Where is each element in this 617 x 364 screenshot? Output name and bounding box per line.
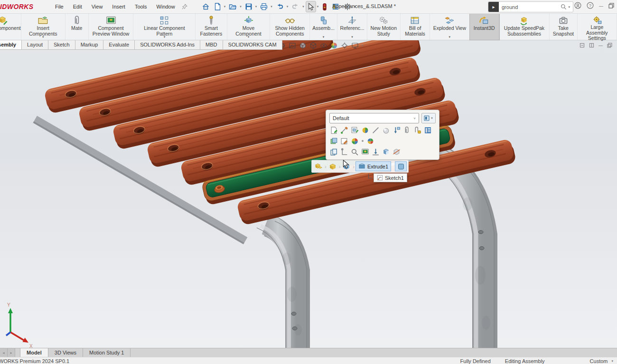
caret-down-icon[interactable]: ▾ — [302, 5, 304, 9]
edit-in-context-icon[interactable] — [350, 126, 359, 134]
mate-icon[interactable] — [402, 126, 411, 134]
tab-3d-views[interactable]: 3D Views — [48, 348, 83, 357]
isolate-icon[interactable] — [382, 148, 391, 156]
search-input[interactable]: ground — [499, 4, 561, 10]
menu-insert[interactable]: Insert — [112, 4, 125, 9]
instant3d-button[interactable]: Instant3D — [470, 13, 499, 40]
edit-appearance-icon[interactable] — [330, 41, 338, 49]
update-speedpak-button[interactable]: Update SpeedPak Subassemblies — [499, 13, 550, 40]
caret-down-icon[interactable]: ▾ — [227, 34, 270, 40]
linear-component-pattern-button[interactable]: Linear Component Pattern ▾ — [133, 13, 196, 40]
caret-down-icon[interactable]: ▾ — [317, 5, 319, 9]
display-state-pin-button[interactable]: ▾ — [421, 113, 436, 123]
tab-sketch[interactable]: Sketch — [48, 40, 75, 50]
tab-mbd[interactable]: MBD — [200, 40, 223, 50]
insert-into-new-part-icon[interactable] — [392, 126, 401, 134]
new-document-icon[interactable] — [212, 1, 223, 12]
component-preview-window-button[interactable]: Component Preview Window — [89, 13, 134, 40]
custom-units-selector[interactable]: Custom — [590, 358, 608, 364]
tab-solidworks-cam[interactable]: SOLIDWORKS CAM — [223, 40, 282, 50]
rebuild-icon[interactable] — [320, 1, 329, 12]
assembly-features-button[interactable]: Assemb... ▾ — [310, 13, 338, 40]
caret-down-icon[interactable]: ▾ — [224, 5, 226, 9]
magnifier-icon[interactable]: ▾ — [561, 4, 573, 10]
caret-icon[interactable]: ▾ — [611, 359, 613, 363]
search-box[interactable]: ground ▾ — [488, 1, 573, 12]
caret-down-icon[interactable]: ▾ — [362, 44, 364, 47]
feature-preview-button[interactable] — [395, 161, 407, 171]
help-icon[interactable]: ? — [587, 2, 594, 9]
menu-tools[interactable]: Tools — [135, 4, 147, 9]
undo-icon[interactable] — [274, 1, 286, 12]
menu-file[interactable]: File — [55, 4, 64, 9]
edit-feature-icon[interactable] — [329, 126, 338, 134]
pin-menu-icon[interactable] — [182, 4, 187, 9]
caret-down-icon[interactable]: ▾ — [255, 5, 257, 9]
sketch-line-icon[interactable] — [371, 126, 380, 134]
smart-fasteners-button[interactable]: Smart Fasteners — [196, 13, 227, 40]
edit-sketch-icon[interactable] — [340, 126, 349, 134]
left-leg[interactable] — [257, 221, 307, 348]
appearance-target-icon[interactable] — [366, 137, 375, 145]
open-icon[interactable] — [227, 1, 239, 12]
menu-edit[interactable]: Edit — [73, 4, 82, 9]
tab-solidworks-add-ins[interactable]: SOLIDWORKS Add-Ins — [134, 40, 200, 50]
menu-view[interactable]: View — [92, 4, 103, 9]
assembly-icon[interactable] — [313, 162, 324, 171]
sketch1-item[interactable]: Sketch1 — [374, 173, 407, 182]
restore-document-icon[interactable] — [607, 43, 612, 48]
show-hidden-components-button[interactable]: Show Hidden Components — [270, 13, 309, 40]
view-settings-icon[interactable] — [340, 41, 348, 49]
float-document-icon[interactable] — [580, 43, 585, 48]
large-assembly-settings-button[interactable]: Large Assembly Settings — [578, 13, 617, 40]
caret-down-icon[interactable]: ▾ — [310, 34, 337, 40]
restore-icon[interactable] — [608, 3, 614, 9]
view-orientation-icon[interactable] — [299, 41, 307, 49]
new-motion-study-button[interactable]: New Motion Study — [367, 13, 401, 40]
minimize-document-icon[interactable] — [598, 42, 603, 48]
menu-window[interactable]: Window — [157, 4, 175, 9]
hide-show-items-icon[interactable] — [319, 41, 327, 49]
caret-down-icon[interactable]: ▾ — [133, 34, 195, 40]
tab-assembly[interactable]: Assembly — [0, 40, 22, 50]
component-preview-icon[interactable] — [361, 148, 370, 156]
part-icon[interactable] — [327, 162, 338, 171]
appearance-icon[interactable] — [361, 126, 370, 134]
caret-down-icon[interactable]: ▾ — [337, 34, 366, 40]
display-style-icon[interactable] — [309, 41, 317, 49]
user-account-icon[interactable] — [574, 2, 581, 9]
move-component-button[interactable]: Move Component ▾ — [227, 13, 271, 40]
reference-geometry-button[interactable]: Referenc... ▾ — [337, 13, 367, 40]
save-icon[interactable] — [243, 1, 254, 12]
take-snapshot-button[interactable]: Take Snapshot — [550, 13, 578, 40]
suppress-icon[interactable] — [382, 126, 391, 134]
tab-model[interactable]: Model — [20, 348, 48, 357]
scene-icon[interactable] — [288, 41, 296, 49]
tab-motion-study-1[interactable]: Motion Study 1 — [83, 348, 131, 357]
tab-scroll-next-icon[interactable]: ▸ — [8, 348, 15, 357]
caret-down-icon[interactable]: ▾ — [430, 34, 469, 40]
bill-of-materials-button[interactable]: Bill of Materials — [401, 13, 430, 40]
caret-down-icon[interactable]: ▾ — [21, 34, 65, 40]
insert-components-button[interactable]: Insert Components ▾ — [21, 13, 65, 40]
copy-icon[interactable] — [329, 148, 338, 156]
exploded-view-button[interactable]: Exploded View ▾ — [430, 13, 469, 40]
tab-evaluate[interactable]: Evaluate — [103, 40, 135, 50]
print-icon[interactable] — [258, 1, 270, 12]
tab-scroll-prev-icon[interactable]: ◂ — [0, 348, 8, 357]
appearances-stack-icon[interactable] — [329, 137, 338, 145]
select-cursor-icon[interactable] — [306, 1, 316, 12]
caret-down-icon[interactable]: ▾ — [271, 5, 272, 9]
edit-appearance-box-icon[interactable] — [340, 137, 349, 145]
tab-layout[interactable]: Layout — [21, 40, 48, 50]
parent-child-icon[interactable] — [340, 148, 349, 156]
material-sphere-icon[interactable] — [350, 137, 359, 145]
section-view-small-icon[interactable] — [392, 148, 401, 156]
redo-icon[interactable] — [290, 1, 301, 12]
edit-component-button[interactable]: Edit Component — [0, 13, 21, 40]
caret-down-icon[interactable]: ▾ — [287, 5, 289, 9]
tab-markup[interactable]: Markup — [75, 40, 104, 50]
caret-down-icon[interactable]: ▾ — [240, 5, 242, 9]
tile-document-icon[interactable] — [589, 43, 594, 48]
graphics-viewport[interactable]: Y X ▾ Default ˅ — [0, 40, 617, 348]
